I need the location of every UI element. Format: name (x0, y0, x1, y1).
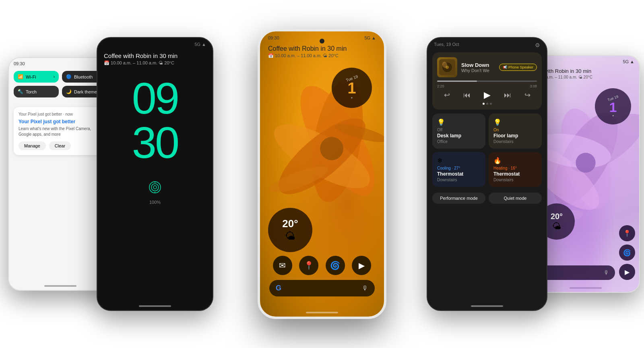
tile-row-1: 📶 Wi-Fi › 🔵 Bluetooth (14, 71, 107, 83)
progress-fill (437, 81, 477, 82)
bluetooth-label: Bluetooth (74, 75, 93, 79)
time-center: 09:30 (268, 35, 279, 40)
notif-app: Your Pixel just got better (19, 112, 62, 116)
phone-right-far: 5G ▲ ee with Robin in 30 min 1.00 a.m. –… (531, 55, 640, 293)
clock-time-right-far: 1 (609, 100, 617, 114)
thermostat-cool-name: Thermostat (437, 171, 481, 177)
manage-button[interactable]: Manage (19, 141, 46, 150)
desk-lamp-name: Desk lamp (437, 133, 481, 139)
wifi-icon: 📶 (18, 74, 23, 79)
calendar-notif-left-mid: Coffee with Robin in 30 min 📅 10.00 a.m.… (97, 48, 213, 68)
clock-display: 09 30 (97, 68, 213, 169)
event-title-left-mid: Coffee with Robin in 30 min (104, 52, 206, 59)
mode-buttons: Performance mode Quiet mode (427, 191, 547, 205)
torch-tile[interactable]: 🔦 Torch (14, 86, 59, 97)
event-time-center: 📅 10.00 a.m. – 11.00 a.m. 🌤 20°C (268, 53, 376, 58)
event-title-center: Coffee with Robin in 30 min (268, 45, 376, 52)
home-indicator-right-far (570, 287, 602, 289)
smart-tiles-grid: 💡 Off Desk lamp Office 💡 On Floor lamp D… (427, 114, 547, 191)
home-indicator-left-mid (139, 305, 171, 307)
fingerprint-icon[interactable] (97, 181, 213, 197)
music-card-inner: Slow Down Why Don't We 📢 Phone Speaker (437, 57, 537, 77)
status-bar-right-far: 5G ▲ (532, 56, 639, 66)
song-info: Slow Down Why Don't We (461, 62, 489, 73)
weather-icon-right-far: 🌤 (552, 221, 561, 232)
floor-lamp-location: Downstairs (493, 139, 537, 144)
dot-3 (490, 103, 492, 105)
prev-button[interactable]: ⏮ (463, 91, 471, 99)
calendar-notif-right-far: ee with Robin in 30 min 1.00 a.m. – 11.0… (532, 66, 639, 82)
thermostat-heat-icon: 🔥 (493, 157, 537, 164)
dot-right-far: ● (612, 114, 614, 117)
thermostat-cool-icon: ❄ (437, 157, 481, 164)
artist: Why Don't We (461, 68, 489, 73)
notif-actions: Manage Clear (19, 141, 102, 150)
event-time-left-mid: 📅 10.00 a.m. – 11.00 a.m. 🌤 20°C (104, 60, 206, 66)
gear-icon[interactable]: ⚙ (535, 42, 540, 48)
rf-dock-youtube[interactable]: ▶ (619, 264, 635, 280)
wifi-label: Wi-Fi (26, 75, 36, 79)
thermostat-cool-location: Downstairs (437, 178, 481, 182)
calendar-notif-center: Coffee with Robin in 30 min 📅 10.00 a.m.… (260, 42, 384, 61)
desk-lamp-icon: 💡 (437, 118, 481, 126)
home-indicator-center (306, 312, 338, 313)
svg-point-2 (153, 186, 157, 189)
time-left-far: 09:30 (14, 61, 25, 66)
song-title: Slow Down (461, 62, 489, 68)
phone-center: 09:30 5G ▲ Coffee with Robin in 30 min 📅… (258, 29, 386, 319)
clock-30: 30 (97, 120, 213, 165)
dark-theme-icon: 🌙 (66, 89, 72, 94)
dark-theme-label: Dark theme (74, 89, 97, 94)
network-right-far: 5G ▲ (623, 59, 634, 64)
floor-lamp-tile[interactable]: 💡 On Floor lamp Downstairs (489, 114, 542, 149)
desk-lamp-status: Off (437, 128, 481, 132)
status-bar-right-mid: Tues, 19 Oct ⚙ (427, 38, 547, 50)
notif-body: Learn what's new with the Pixel Camera, … (19, 126, 102, 137)
svg-point-0 (149, 182, 161, 193)
quiet-mode-button[interactable]: Quiet mode (489, 193, 542, 204)
rf-dock-fans[interactable]: 🌀 (619, 244, 635, 261)
torch-label: Torch (26, 89, 37, 94)
center-content: 09:30 5G ▲ Coffee with Robin in 30 min 📅… (260, 31, 384, 317)
music-card: Slow Down Why Don't We 📢 Phone Speaker 2… (432, 52, 542, 110)
thermostat-heat-location: Downstairs (493, 178, 537, 182)
mic-bar[interactable]: 🎙 (537, 265, 615, 280)
status-bar-left-mid: 5G ▲ (97, 38, 213, 48)
replay-button[interactable]: ↩ (444, 91, 450, 99)
desk-lamp-location: Office (437, 139, 481, 144)
right-far-dock: 📍 🌀 ▶ (619, 225, 635, 280)
thermostat-cool-tile[interactable]: ❄ Cooling · 27° Thermostat Downstairs (432, 152, 485, 187)
thermostat-heat-name: Thermostat (493, 171, 537, 177)
forward-button[interactable]: ↪ (524, 91, 530, 99)
wifi-tile[interactable]: 📶 Wi-Fi › (14, 71, 59, 83)
next-button[interactable]: ⏭ (504, 91, 511, 99)
performance-mode-button[interactable]: Performance mode (432, 193, 485, 204)
weather-temp-right-far: 20° (551, 212, 563, 221)
floor-lamp-status: On (493, 128, 537, 132)
scene: 09:30 5 📶 Wi-Fi › 🔵 Bluetooth 🔦 Torch (0, 0, 644, 348)
battery-text: 100% (97, 200, 213, 205)
clock-widget-right-far: Tue 19 1 ● (595, 88, 631, 124)
time-current: 2:20 (437, 84, 444, 88)
event-title-right-far: ee with Robin in 30 min (537, 68, 634, 74)
camera-hole (320, 39, 324, 44)
desk-lamp-tile[interactable]: 💡 Off Desk lamp Office (432, 114, 485, 149)
clock-09: 09 (97, 76, 213, 120)
mic-bar-icon[interactable]: 🎙 (604, 269, 609, 276)
notification-card: Your Pixel just got better · now Your Pi… (14, 107, 107, 155)
bluetooth-icon: 🔵 (66, 74, 72, 79)
album-art (437, 57, 457, 77)
notif-title: Your Pixel just got better (19, 119, 102, 124)
time-total: 3:08 (530, 84, 537, 88)
network-center: 5G ▲ (364, 35, 376, 40)
clear-button[interactable]: Clear (49, 141, 71, 150)
svg-point-21 (576, 153, 595, 172)
floor-lamp-name: Floor lamp (493, 133, 537, 139)
play-button[interactable]: ▶ (484, 90, 491, 100)
thermostat-heat-tile[interactable]: 🔥 Heating · 16° Thermostat Downstairs (489, 152, 542, 187)
dot-2 (486, 103, 488, 105)
notif-header: Your Pixel just got better · now (19, 112, 102, 116)
rf-dock-maps[interactable]: 📍 (619, 225, 635, 241)
signal-left-mid: 5G ▲ (194, 42, 206, 47)
right-far-top: 5G ▲ ee with Robin in 30 min 1.00 a.m. –… (532, 56, 639, 82)
